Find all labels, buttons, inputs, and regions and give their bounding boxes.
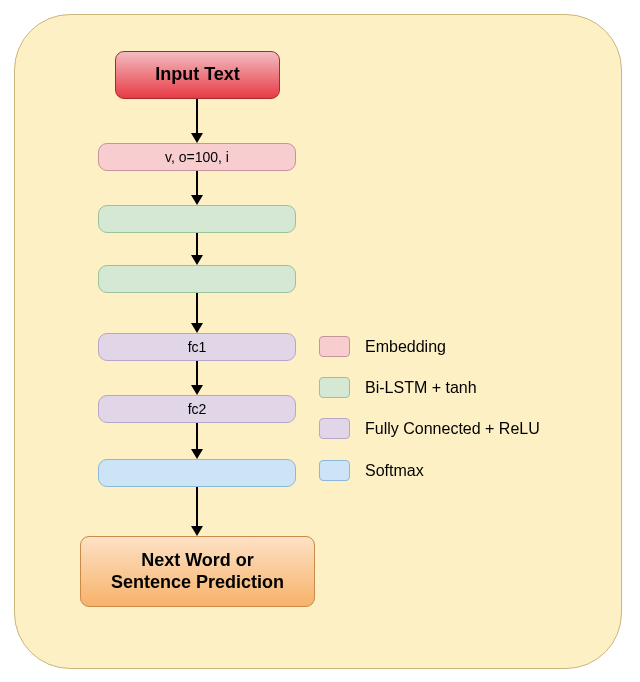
embedding-node: v, o=100, i bbox=[98, 143, 296, 171]
input-node: Input Text bbox=[115, 51, 280, 99]
fc1-node: fc1 bbox=[98, 333, 296, 361]
legend-label-bilstm: Bi-LSTM + tanh bbox=[365, 379, 477, 397]
legend-swatch-embedding bbox=[319, 336, 350, 357]
arrow-6-head bbox=[191, 449, 203, 459]
legend-swatch-bilstm bbox=[319, 377, 350, 398]
arrow-4 bbox=[196, 293, 198, 323]
arrow-3-head bbox=[191, 255, 203, 265]
arrow-5 bbox=[196, 361, 198, 385]
arrow-7 bbox=[196, 487, 198, 526]
fc2-node: fc2 bbox=[98, 395, 296, 423]
arrow-1 bbox=[196, 99, 198, 133]
output-node: Next Word or Sentence Prediction bbox=[80, 536, 315, 607]
legend-label-embedding: Embedding bbox=[365, 338, 446, 356]
softmax-node bbox=[98, 459, 296, 487]
bilstm-node-1 bbox=[98, 205, 296, 233]
arrow-2 bbox=[196, 171, 198, 195]
embedding-label: v, o=100, i bbox=[165, 149, 229, 166]
diagram-canvas: Input Text v, o=100, i fc1 fc2 Next Word… bbox=[14, 14, 622, 669]
fc1-label: fc1 bbox=[188, 339, 207, 356]
arrow-2-head bbox=[191, 195, 203, 205]
bilstm-node-2 bbox=[98, 265, 296, 293]
arrow-4-head bbox=[191, 323, 203, 333]
legend-label-softmax: Softmax bbox=[365, 462, 424, 480]
legend-swatch-softmax bbox=[319, 460, 350, 481]
output-label: Next Word or Sentence Prediction bbox=[111, 550, 284, 593]
arrow-1-head bbox=[191, 133, 203, 143]
arrow-6 bbox=[196, 423, 198, 449]
arrow-5-head bbox=[191, 385, 203, 395]
legend-swatch-fc bbox=[319, 418, 350, 439]
fc2-label: fc2 bbox=[188, 401, 207, 418]
legend-label-fc: Fully Connected + ReLU bbox=[365, 420, 540, 438]
arrow-3 bbox=[196, 233, 198, 255]
arrow-7-head bbox=[191, 526, 203, 536]
input-label: Input Text bbox=[155, 64, 240, 86]
